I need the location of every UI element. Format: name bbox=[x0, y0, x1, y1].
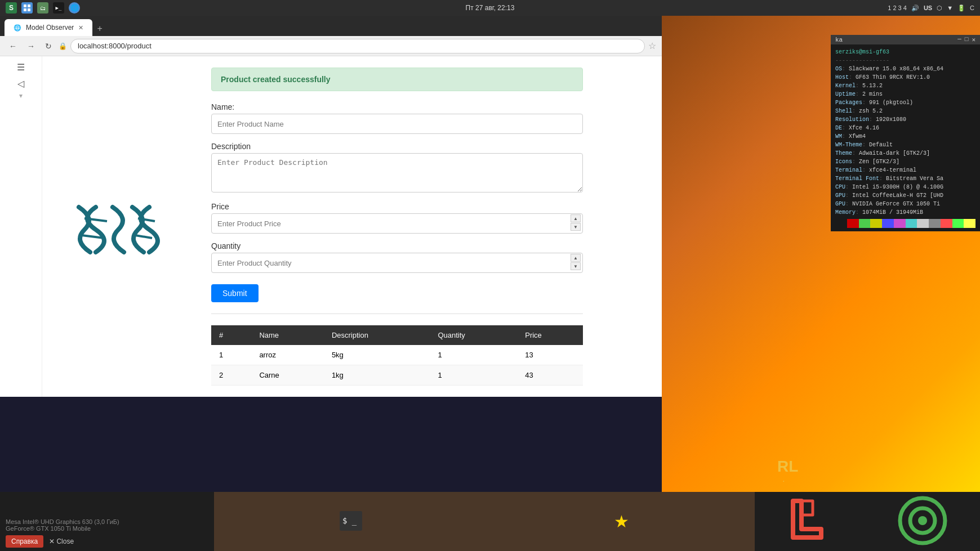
name-label: Name: bbox=[211, 102, 583, 111]
taskbar-icon-terminal[interactable]: ▶_ bbox=[53, 2, 64, 14]
close-bottom-button[interactable]: ✕ Close bbox=[49, 535, 74, 548]
bookmark-button[interactable]: ☆ bbox=[648, 41, 656, 51]
terminal-minimize-button[interactable]: ─ bbox=[957, 36, 961, 43]
quantity-increment-button[interactable]: ▲ bbox=[571, 254, 581, 262]
terminal-line: Memory: 1074MiB / 31949MiB bbox=[835, 208, 975, 217]
terminal-line: Kernel: 5.13.2 bbox=[835, 82, 975, 90]
price-spinner: ▲ ▼ bbox=[571, 214, 581, 231]
terminal-line: Icons: Zen [GTK2/3] bbox=[835, 158, 975, 166]
product-quantity-input[interactable] bbox=[211, 253, 583, 273]
terminal-bottom-icon[interactable]: $ _ bbox=[340, 511, 362, 532]
sidebar: ☰ ◁ bbox=[0, 56, 42, 397]
tab-favicon: 🌐 bbox=[14, 24, 21, 32]
taskbar-icon-browser[interactable]: 🌐 bbox=[69, 2, 80, 14]
cell-quantity: 1 bbox=[430, 345, 517, 365]
browser-toolbar: ← → ↻ 🔒 ☆ bbox=[0, 36, 662, 56]
svg-rect-0 bbox=[24, 5, 26, 7]
svg-line-7 bbox=[135, 235, 152, 238]
os-taskbar: S 🗂 ▶_ 🌐 Пт 27 авг, 22:13 1 2 3 4 🔊 US ⬡… bbox=[0, 0, 980, 16]
tab-close-button[interactable]: ✕ bbox=[78, 24, 83, 32]
sidebar-icon-1[interactable]: ☰ bbox=[17, 62, 25, 73]
col-header-description: Description bbox=[324, 325, 430, 345]
star-icon: ★ bbox=[614, 512, 629, 531]
terminal-window-controls: ─ □ ✕ bbox=[957, 36, 975, 43]
table-header-row: # Name Description Quantity Price bbox=[211, 325, 583, 345]
table-row: 2 Carne 1kg 1 43 bbox=[211, 365, 583, 386]
terminal-title: ka bbox=[835, 37, 843, 43]
new-tab-button[interactable]: + bbox=[92, 24, 106, 34]
address-bar[interactable] bbox=[70, 39, 645, 53]
taskbar-sound-icon: 🔊 bbox=[911, 5, 919, 12]
cell-name: arroz bbox=[251, 345, 324, 365]
submit-button[interactable]: Submit bbox=[211, 284, 259, 302]
browser-tab-active[interactable]: 🌐 Model Observer ✕ bbox=[5, 19, 92, 36]
quantity-label: Quantity bbox=[211, 241, 583, 250]
quantity-spinner: ▲ ▼ bbox=[571, 254, 581, 270]
taskbar-numbers: 1 2 3 4 bbox=[888, 5, 907, 11]
terminal-line: Terminal Font: Bitstream Vera Sa bbox=[835, 174, 975, 183]
svg-rect-2 bbox=[24, 8, 26, 11]
forward-button[interactable]: → bbox=[24, 39, 38, 53]
back-button[interactable]: ← bbox=[6, 39, 20, 53]
browser-window: 🌐 Model Observer ✕ + ← → ↻ 🔒 ☆ ☰ ◁ bbox=[0, 16, 662, 397]
section-divider bbox=[211, 313, 583, 314]
cell-description: 5kg bbox=[324, 345, 430, 365]
tab-bar: 🌐 Model Observer ✕ + bbox=[0, 16, 662, 36]
bottom-buttons: Справка ✕ Close bbox=[6, 535, 208, 548]
taskbar-icon-files[interactable]: 🗂 bbox=[37, 2, 48, 14]
tab-title: Model Observer bbox=[26, 24, 74, 32]
help-button[interactable]: Справка bbox=[6, 535, 43, 548]
product-price-input[interactable] bbox=[211, 213, 583, 234]
cell-price: 13 bbox=[517, 345, 583, 365]
product-name-input[interactable] bbox=[211, 114, 583, 134]
product-description-input[interactable] bbox=[211, 153, 583, 192]
svg-text:RL: RL bbox=[777, 458, 798, 475]
svg-rect-1 bbox=[28, 5, 30, 7]
col-header-quantity: Quantity bbox=[430, 325, 517, 345]
taskbar-icon-s[interactable]: S bbox=[6, 2, 17, 14]
cell-price: 43 bbox=[517, 365, 583, 386]
price-input-wrapper: ▲ ▼ bbox=[211, 213, 583, 234]
terminal-line: GPU: NVIDIA GeForce GTX 1050 Ti bbox=[835, 200, 975, 208]
terminal-maximize-button[interactable]: □ bbox=[965, 36, 969, 43]
terminal-close-button[interactable]: ✕ bbox=[972, 36, 975, 43]
terminal-line: CPU: Intel i5-9300H (8) @ 4.100G bbox=[835, 183, 975, 191]
table-row: 1 arroz 5kg 1 13 bbox=[211, 345, 583, 365]
rl-logo-text: RL . bbox=[774, 455, 819, 490]
svg-rect-3 bbox=[28, 8, 30, 11]
terminal-line: Uptime: 2 mins bbox=[835, 90, 975, 98]
green-eye-logo bbox=[897, 495, 948, 548]
price-decrement-button[interactable]: ▼ bbox=[571, 223, 581, 231]
terminal-window: ka ─ □ ✕ serziks@msi-gf63 --------------… bbox=[831, 35, 980, 231]
sidebar-icon-2[interactable]: ◁ bbox=[17, 78, 24, 89]
quantity-input-wrapper: ▲ ▼ bbox=[211, 253, 583, 273]
main-layout: ☰ ◁ bbox=[0, 56, 662, 397]
name-form-group: Name: bbox=[211, 102, 583, 134]
taskbar-bluetooth-icon: ⬡ bbox=[937, 5, 942, 12]
terminal-line: Terminal: xfce4-terminal bbox=[835, 166, 975, 174]
col-header-id: # bbox=[211, 325, 251, 345]
gpu1-info: Mesa Intel® UHD Graphics 630 (3,0 ГиБ) bbox=[6, 518, 208, 525]
taskbar-icon-app2[interactable] bbox=[21, 2, 33, 14]
cell-id: 2 bbox=[211, 365, 251, 386]
cell-id: 1 bbox=[211, 345, 251, 365]
page-wrapper: S 🗂 ▶_ 🌐 Пт 27 авг, 22:13 1 2 3 4 🔊 US ⬡… bbox=[0, 0, 980, 551]
price-increment-button[interactable]: ▲ bbox=[571, 214, 581, 222]
taskbar-right-area: 1 2 3 4 🔊 US ⬡ ▼ 🔋 C bbox=[888, 5, 974, 12]
description-label: Description bbox=[211, 142, 583, 151]
terminal-titlebar: ka ─ □ ✕ bbox=[831, 35, 980, 44]
svg-text:$ _: $ _ bbox=[342, 516, 357, 526]
svg-marker-13 bbox=[793, 501, 821, 537]
gpu2-info: GeForce® GTX 1050 Ti Mobile bbox=[6, 525, 208, 532]
content-area: Product created successfully Name: Descr… bbox=[194, 56, 600, 397]
terminal-line: Shell: zsh 5.2 bbox=[835, 107, 975, 115]
quantity-decrement-button[interactable]: ▼ bbox=[571, 262, 581, 270]
taskbar-locale: US bbox=[924, 5, 932, 11]
sidebar-icon-3[interactable] bbox=[19, 95, 23, 98]
terminal-body: serziks@msi-gf63 ---------------- OS: Sl… bbox=[831, 44, 980, 231]
lock-icon: 🔒 bbox=[59, 42, 67, 50]
svg-point-17 bbox=[918, 516, 927, 525]
terminal-line: Packages: 991 (pkgtool) bbox=[835, 98, 975, 107]
refresh-button[interactable]: ↻ bbox=[42, 39, 55, 53]
terminal-line: Resolution: 1920x1080 bbox=[835, 115, 975, 124]
